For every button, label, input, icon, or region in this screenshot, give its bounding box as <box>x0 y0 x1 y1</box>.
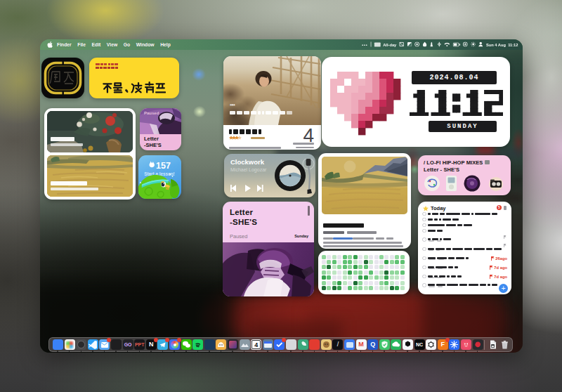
svg-text:157: 157 <box>156 161 171 171</box>
